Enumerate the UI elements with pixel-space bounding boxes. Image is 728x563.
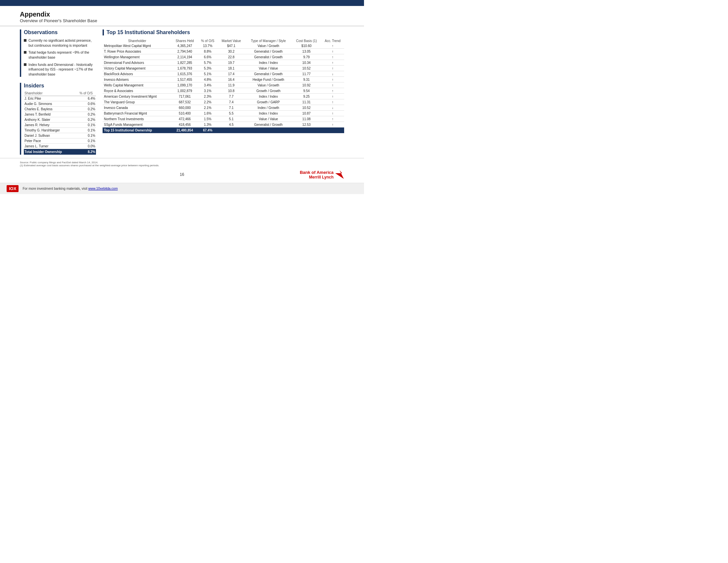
bofa-logo: Bank of America Merrill Lynch bbox=[300, 170, 344, 179]
inst-shareholder: Northern Trust Investments bbox=[103, 116, 172, 122]
inst-cost: 11.08 bbox=[292, 116, 321, 122]
bofa-flag-icon bbox=[335, 170, 344, 179]
inst-cost: 9.79 bbox=[292, 54, 321, 60]
bottom-bar: IOX For more investment banking material… bbox=[0, 183, 364, 194]
insider-name: J. Eric Pike bbox=[24, 96, 76, 101]
inst-trend: ↑ bbox=[321, 60, 344, 66]
inst-row: American Century Investment Mgmt 717,061… bbox=[103, 94, 344, 99]
inst-style: Value / Value bbox=[245, 116, 292, 122]
inst-cost: 10.52 bbox=[292, 105, 321, 111]
inst-shares: 2,114,194 bbox=[172, 54, 198, 60]
insiders-total-label: Total Insider Ownership bbox=[24, 149, 76, 155]
bofa-line1: Bank of America bbox=[300, 170, 334, 175]
bottom-bar-link[interactable]: www.10xebitda.com bbox=[88, 187, 118, 190]
svg-marker-0 bbox=[335, 170, 344, 179]
inst-trend: ↑ bbox=[321, 88, 344, 94]
inst-tfoot: Top 15 Institutional Ownership 21,480,85… bbox=[103, 127, 344, 133]
insider-name: Daniel J. Sullivan bbox=[24, 133, 76, 138]
inst-style: Value / Growth bbox=[245, 82, 292, 88]
inst-shareholder: Invesco Advisers bbox=[103, 77, 172, 82]
inst-shares: 472,466 bbox=[172, 116, 198, 122]
footer-bottom: 16 Bank of America Merrill Lynch bbox=[0, 169, 364, 179]
inst-row: The Vanguard Group 687,532 2.2% 7.4 Grow… bbox=[103, 99, 344, 105]
observation-text-3: Index funds and Dimensional - historical… bbox=[28, 62, 96, 77]
page-number: 16 bbox=[180, 172, 184, 177]
observations-title: Observations bbox=[24, 29, 96, 35]
insider-pct: 0.1% bbox=[76, 122, 96, 127]
insiders-row: Peter Pace 0.1% bbox=[24, 138, 96, 143]
inst-style: Index / Index bbox=[245, 60, 292, 66]
inst-shares: 1,678,793 bbox=[172, 66, 198, 71]
inst-style: Generalist / Growth bbox=[245, 71, 292, 77]
inst-pct: 5.1% bbox=[198, 71, 218, 77]
main-content: Observations Currently no significant ac… bbox=[0, 26, 364, 155]
insider-pct: 0.1% bbox=[76, 133, 96, 138]
inst-row: Wells Capital Management 1,099,170 3.4% … bbox=[103, 82, 344, 88]
inst-pct: 8.8% bbox=[198, 49, 218, 54]
inst-mktval: 16.4 bbox=[218, 77, 245, 82]
inst-trend: ↑ bbox=[321, 54, 344, 60]
inst-pct: 3.4% bbox=[198, 82, 218, 88]
inst-trend: ↑ bbox=[321, 99, 344, 105]
inst-shares: 1,002,879 bbox=[172, 88, 198, 94]
insider-pct: 0.2% bbox=[76, 112, 96, 117]
appendix-title: Appendix bbox=[20, 11, 344, 18]
inst-total-blank2 bbox=[245, 127, 292, 133]
inst-col-trend-h: Acc. Trend bbox=[321, 38, 344, 43]
inst-total-row: Top 15 Institutional Ownership 21,480,85… bbox=[103, 127, 344, 133]
inst-shareholder: T. Rowe Price Associates bbox=[103, 49, 172, 54]
insiders-title: Insiders bbox=[24, 83, 96, 89]
insiders-total-pct: 8.2% bbox=[76, 149, 96, 155]
insider-pct: 6.4% bbox=[76, 96, 96, 101]
inst-row: Victory Capital Management 1,678,793 5.3… bbox=[103, 66, 344, 71]
inst-row: Invesco Advisers 1,517,455 4.8% 16.4 Hed… bbox=[103, 77, 344, 82]
inst-shares: 660,000 bbox=[172, 105, 198, 111]
insiders-row: Timothy G. Harshbarger 0.1% bbox=[24, 127, 96, 133]
inst-total-pct: 67.4% bbox=[198, 127, 218, 133]
inst-mktval: 30.2 bbox=[218, 49, 245, 54]
inst-mktval: 5.5 bbox=[218, 111, 245, 116]
inst-style: Growth / GARP bbox=[245, 99, 292, 105]
inst-pct: 2.3% bbox=[198, 94, 218, 99]
inst-cost: 9.31 bbox=[292, 77, 321, 82]
observation-text-2: Total hedge funds represent ~9% of the s… bbox=[28, 50, 96, 60]
inst-shareholder: Victory Capital Management bbox=[103, 66, 172, 71]
top15-title: Top 15 Institutional Shareholders bbox=[107, 29, 190, 35]
inst-shares: 1,827,285 bbox=[172, 60, 198, 66]
inst-shares: 687,532 bbox=[172, 99, 198, 105]
insiders-row: Charles E. Bayless 0.2% bbox=[24, 106, 96, 112]
bottom-bar-text: For more investment banking materials, v… bbox=[23, 187, 117, 190]
inst-row: Dimensional Fund Advisors 1,827,285 5.7%… bbox=[103, 60, 344, 66]
inst-style: Index / Index bbox=[245, 111, 292, 116]
inst-cost: 13.05 bbox=[292, 49, 321, 54]
inst-shareholder: Metropolitan West Capital Mgmt bbox=[103, 43, 172, 49]
inst-shareholder: Wellington Management bbox=[103, 54, 172, 60]
insider-pct: 0.2% bbox=[76, 106, 96, 112]
inst-mktval: 22.8 bbox=[218, 54, 245, 60]
inst-shareholder: Dimensional Fund Advisors bbox=[103, 60, 172, 66]
inst-mktval: $47.1 bbox=[218, 43, 245, 49]
inst-style: Hedge Fund / Growth bbox=[245, 77, 292, 82]
inst-pct: 3.1% bbox=[198, 88, 218, 94]
observation-item-1: Currently no significant activist presen… bbox=[24, 38, 96, 48]
inst-header-row1: Shareholder Shares Held % of O/S Market … bbox=[103, 38, 344, 43]
inst-row: Batterymarch Financial Mgmt 510,400 1.6%… bbox=[103, 111, 344, 116]
iox-logo: IOX bbox=[7, 185, 19, 192]
inst-cost: 10.92 bbox=[292, 82, 321, 88]
insiders-section: Insiders Shareholder % of O/S J. Eric Pi… bbox=[20, 83, 96, 155]
inst-tbody: Metropolitan West Capital Mgmt 4,365,247… bbox=[103, 43, 344, 127]
page-wrapper: Appendix Overview of Pioneer's Sharehold… bbox=[0, 0, 364, 282]
inst-total-blank4 bbox=[321, 127, 344, 133]
inst-mktval: 18.1 bbox=[218, 66, 245, 71]
inst-style: Value / Value bbox=[245, 66, 292, 71]
inst-shareholder: Invesco Canada bbox=[103, 105, 172, 111]
inst-mktval: 11.9 bbox=[218, 82, 245, 88]
insiders-row: Daniel J. Sullivan 0.1% bbox=[24, 133, 96, 138]
inst-style: Generalist / Growth bbox=[245, 122, 292, 127]
inst-shareholder: SSgA Funds Management bbox=[103, 122, 172, 127]
insiders-row: James R. Helvey 0.1% bbox=[24, 122, 96, 127]
top-bar bbox=[0, 0, 364, 6]
insider-pct: 0.1% bbox=[76, 127, 96, 133]
left-panel: Observations Currently no significant ac… bbox=[20, 29, 96, 155]
inst-pct: 2.1% bbox=[198, 105, 218, 111]
